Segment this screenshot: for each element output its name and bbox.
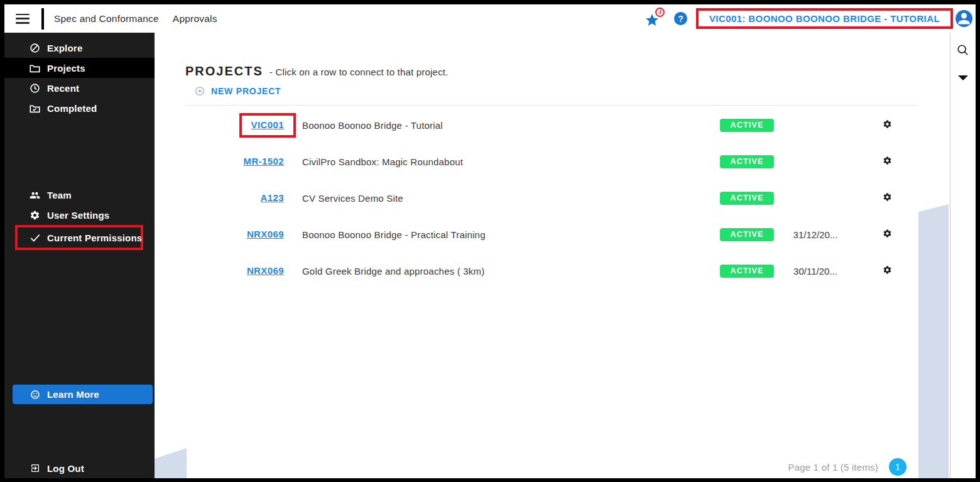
page-subtitle: - Click on a row to connect to that proj… <box>270 67 449 77</box>
page-1-button[interactable]: 1 <box>889 458 906 476</box>
sidebar-item-current-permissions[interactable]: Current Permissions <box>15 225 143 250</box>
pagination: Page 1 of 1 (5 items) 1 <box>788 458 906 476</box>
sidebar: Explore Projects Recent Completed <box>4 33 155 478</box>
sidebar-item-learn-more[interactable]: Learn More <box>13 385 153 404</box>
row-settings-button[interactable] <box>857 192 917 204</box>
decorative-wedge-right <box>918 204 949 478</box>
gear-icon <box>883 192 892 204</box>
notification-badge: i <box>655 8 665 17</box>
status-badge: ACTIVE <box>720 265 774 278</box>
project-row-mr1502[interactable]: MR-1502 CivilPro Sandbox: Magic Roundabo… <box>185 143 917 180</box>
project-name: Boonoo Boonoo Bridge - Practical Trainin… <box>302 229 720 240</box>
status-badge: ACTIVE <box>720 192 774 205</box>
project-list: VIC001 Boonoo Boonoo Bridge - Tutorial A… <box>185 107 917 289</box>
right-rail <box>950 33 976 478</box>
row-settings-button[interactable] <box>857 229 917 241</box>
project-name: Boonoo Boonoo Bridge - Tutorial <box>302 120 720 131</box>
status-badge: ACTIVE <box>720 155 774 168</box>
project-code-link[interactable]: A123 <box>261 192 284 203</box>
team-icon <box>30 190 40 200</box>
menu-spec-and-conformance[interactable]: Spec and Conformance <box>54 13 159 25</box>
row-settings-button[interactable] <box>857 265 917 277</box>
logout-icon <box>30 463 40 474</box>
project-code-link[interactable]: MR-1502 <box>244 156 285 167</box>
status-badge: ACTIVE <box>720 119 774 132</box>
menu-approvals[interactable]: Approvals <box>173 13 217 25</box>
gear-icon <box>30 210 40 221</box>
gear-icon <box>883 156 892 168</box>
project-code-link[interactable]: NRX069 <box>247 229 284 239</box>
sidebar-item-explore[interactable]: Explore <box>4 38 155 58</box>
project-row-nrx069-training[interactable]: NRX069 Boonoo Boonoo Bridge - Practical … <box>185 216 917 253</box>
sidebar-item-completed[interactable]: Completed <box>4 98 155 118</box>
favorites-button[interactable]: i <box>645 10 661 28</box>
project-code-link[interactable]: VIC001 <box>251 119 284 130</box>
project-name: CV Services Demo Site <box>302 193 720 204</box>
project-name: CivilPro Sandbox: Magic Roundabout <box>302 156 720 167</box>
current-project-button[interactable]: VIC001: BOONOO BOONOO BRIDGE - TUTORIAL <box>696 8 953 29</box>
status-badge: ACTIVE <box>720 228 774 241</box>
sidebar-item-log-out[interactable]: Log Out <box>4 458 155 478</box>
chevron-down-icon[interactable] <box>957 74 969 82</box>
new-project-button[interactable]: NEW PROJECT <box>195 84 281 98</box>
project-row-nrx069-goldgreek[interactable]: NRX069 Gold Greek Bridge and approaches … <box>185 253 917 289</box>
folder-check-icon <box>30 103 40 114</box>
folder-icon <box>30 63 40 74</box>
gear-icon <box>883 265 892 277</box>
plus-circle-icon <box>195 86 205 96</box>
row-settings-button[interactable] <box>857 119 917 131</box>
project-date: 31/12/20... <box>774 229 857 240</box>
topbar-divider <box>41 8 44 30</box>
annotation-box: VIC001 <box>239 113 296 138</box>
gear-icon <box>883 229 892 241</box>
menu-icon[interactable] <box>16 14 30 24</box>
pagination-text: Page 1 of 1 (5 items) <box>788 462 878 473</box>
clock-icon <box>30 83 40 94</box>
app-window: Spec and Conformance Approvals i ? VIC00… <box>0 0 980 482</box>
page-title: PROJECTS <box>185 64 263 79</box>
topbar: Spec and Conformance Approvals i ? VIC00… <box>4 4 976 33</box>
sidebar-item-recent[interactable]: Recent <box>4 78 155 98</box>
topbar-menu: Spec and Conformance Approvals <box>54 13 217 25</box>
project-row-vic001[interactable]: VIC001 Boonoo Boonoo Bridge - Tutorial A… <box>185 107 917 143</box>
gear-icon <box>883 119 892 131</box>
sidebar-item-user-settings[interactable]: User Settings <box>4 205 155 225</box>
row-settings-button[interactable] <box>857 156 917 168</box>
project-row-a123[interactable]: A123 CV Services Demo Site ACTIVE <box>185 180 917 216</box>
explore-icon <box>30 43 40 53</box>
help-icon[interactable]: ? <box>674 12 687 25</box>
project-code-link[interactable]: NRX069 <box>247 265 284 276</box>
header-divider <box>185 105 917 106</box>
search-icon[interactable] <box>957 44 969 57</box>
check-icon <box>30 233 40 243</box>
sidebar-item-projects[interactable]: Projects <box>4 58 155 78</box>
sidebar-item-team[interactable]: Team <box>4 185 155 205</box>
decorative-wedge-left <box>155 448 187 478</box>
project-name: Gold Greek Bridge and approaches ( 3km) <box>302 266 720 277</box>
smiley-icon <box>30 389 40 400</box>
project-date: 30/11/20... <box>774 266 857 277</box>
main-content: PROJECTS - Click on a row to connect to … <box>155 33 950 478</box>
account-icon[interactable] <box>956 10 972 27</box>
